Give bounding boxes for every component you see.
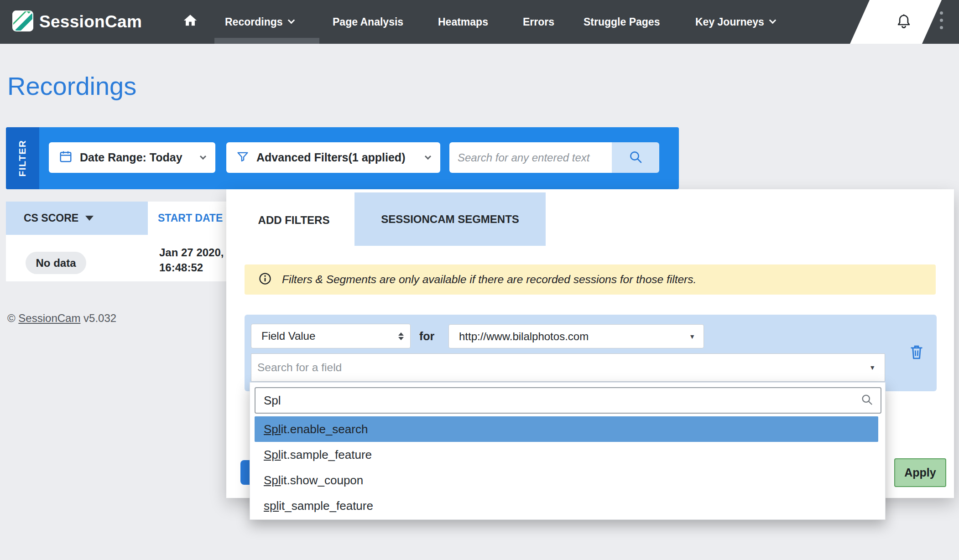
- date-range-button[interactable]: Date Range: Today: [49, 142, 215, 173]
- nav-item-label: Errors: [523, 16, 554, 28]
- date-range-label: Date Range: Today: [80, 151, 182, 164]
- sessioncam-footer-link[interactable]: SessionCam: [18, 312, 80, 324]
- kebab-icon: [940, 11, 943, 15]
- field-type-value: Field Value: [261, 330, 315, 342]
- column-header-label: START DATE: [158, 212, 223, 224]
- trash-icon: [909, 343, 924, 362]
- notice-text: Filters & Segments are only available if…: [282, 273, 696, 286]
- chevron-down-icon: [200, 153, 206, 159]
- filter-condition-row: Field Value for http://www.bilalphotos.c…: [245, 315, 937, 391]
- nav-item-home[interactable]: [182, 0, 198, 44]
- filter-funnel-icon: [236, 150, 249, 166]
- site-select[interactable]: http://www.bilalphotos.com ▼: [448, 324, 704, 348]
- start-date-line1: Jan 27 2020,: [159, 245, 224, 260]
- kebab-icon: [940, 26, 943, 29]
- start-date-line2: 16:48:52: [159, 260, 224, 275]
- nav-item-key-journeys[interactable]: Key Journeys: [695, 0, 775, 44]
- segments-notice-banner: Filters & Segments are only available if…: [245, 264, 936, 295]
- notifications-button[interactable]: [895, 13, 912, 33]
- site-value: http://www.bilalphotos.com: [459, 330, 589, 343]
- info-icon: [258, 272, 272, 287]
- nav-item-label: Page Analysis: [333, 16, 403, 28]
- field-search-display[interactable]: [251, 361, 869, 374]
- apply-button[interactable]: Apply: [894, 458, 946, 487]
- field-dropdown: Split.enable_search Split.sample_feature…: [250, 382, 886, 520]
- nav-item-label: Recordings: [225, 16, 283, 28]
- advanced-filters-label: Advanced Filters(1 applied): [256, 151, 405, 164]
- home-icon: [182, 13, 198, 31]
- caret-down-icon: ▼: [869, 364, 876, 371]
- option-rest-text: it_sample_feature: [279, 499, 373, 513]
- filter-bar: FILTER Date Range: Today Advanced Filter…: [6, 127, 679, 189]
- tab-add-filters[interactable]: ADD FILTERS: [250, 205, 337, 235]
- overflow-menu-button[interactable]: [940, 11, 943, 29]
- chevron-down-icon: [769, 16, 777, 24]
- caret-down-icon: ▼: [689, 333, 695, 340]
- nav-item-page-analysis[interactable]: Page Analysis: [333, 0, 403, 44]
- nav-item-heatmaps[interactable]: Heatmaps: [438, 0, 488, 44]
- field-search-input[interactable]: [255, 394, 860, 408]
- field-option-split-sample-feature[interactable]: Split.sample_feature: [255, 442, 878, 467]
- field-search-box: [255, 387, 881, 414]
- sort-desc-icon: [85, 216, 94, 221]
- filter-tab[interactable]: FILTER: [6, 127, 39, 189]
- nav-item-recordings[interactable]: Recordings: [225, 0, 294, 44]
- kebab-icon: [940, 19, 943, 22]
- page-title: Recordings: [7, 71, 136, 101]
- bell-icon: [895, 25, 912, 32]
- nav-item-label: Key Journeys: [695, 16, 764, 28]
- sessioncam-logo-icon: [12, 10, 33, 33]
- column-header-start-date[interactable]: START DATE: [148, 202, 227, 235]
- advanced-filters-button[interactable]: Advanced Filters(1 applied): [226, 142, 440, 173]
- footer: © SessionCam v5.032: [7, 312, 116, 325]
- calendar-icon: [59, 150, 73, 166]
- field-option-split-enable-search[interactable]: Split.enable_search: [255, 416, 878, 442]
- option-rest-text: it.enable_search: [281, 422, 368, 436]
- option-match-text: Spl: [264, 448, 281, 462]
- search-button[interactable]: [612, 142, 659, 173]
- column-header-label: CS SCORE: [24, 212, 78, 224]
- search-input[interactable]: [449, 142, 612, 173]
- field-type-select[interactable]: Field Value: [251, 324, 411, 348]
- start-date-value: Jan 27 2020, 16:48:52: [159, 245, 224, 275]
- column-header-cs-score[interactable]: CS SCORE: [6, 202, 148, 235]
- copyright-symbol: ©: [7, 312, 16, 324]
- field-option-split-sample-feature-lower[interactable]: split_sample_feature: [255, 493, 878, 519]
- filter-tab-label: FILTER: [17, 140, 28, 177]
- search-icon: [628, 150, 643, 166]
- option-match-text: spl: [264, 499, 279, 513]
- version-text: v5.032: [83, 312, 116, 324]
- top-navbar: SessionCam Recordings Page Analysis Heat…: [0, 0, 959, 44]
- delete-filter-button[interactable]: [906, 341, 927, 364]
- brand-name: SessionCam: [39, 12, 142, 31]
- nav-item-label: Heatmaps: [438, 16, 488, 28]
- for-label: for: [419, 324, 434, 348]
- tab-sessioncam-segments[interactable]: SESSIONCAM SEGMENTS: [354, 192, 546, 246]
- option-rest-text: it.show_coupon: [281, 473, 364, 487]
- brand-home-link[interactable]: SessionCam: [12, 0, 142, 44]
- recording-row[interactable]: No data Jan 27 2020, 16:48:52: [6, 235, 227, 281]
- chevron-down-icon: [287, 16, 295, 24]
- nav-item-struggle-pages[interactable]: Struggle Pages: [584, 0, 660, 44]
- text-search-control: [449, 142, 659, 173]
- field-option-split-show-coupon[interactable]: Split.show_coupon: [255, 467, 878, 493]
- option-match-text: Spl: [264, 422, 281, 436]
- option-match-text: Spl: [264, 473, 281, 487]
- cs-score-badge: No data: [26, 252, 86, 274]
- field-select[interactable]: ▼: [251, 353, 885, 382]
- search-icon: [860, 393, 873, 408]
- up-down-arrows-icon: [398, 332, 404, 340]
- sessioncam-app: SessionCam Recordings Page Analysis Heat…: [0, 0, 959, 560]
- option-rest-text: it.sample_feature: [281, 448, 372, 462]
- chevron-down-icon: [425, 153, 431, 159]
- nav-item-label: Struggle Pages: [584, 16, 660, 28]
- nav-item-errors[interactable]: Errors: [523, 0, 554, 44]
